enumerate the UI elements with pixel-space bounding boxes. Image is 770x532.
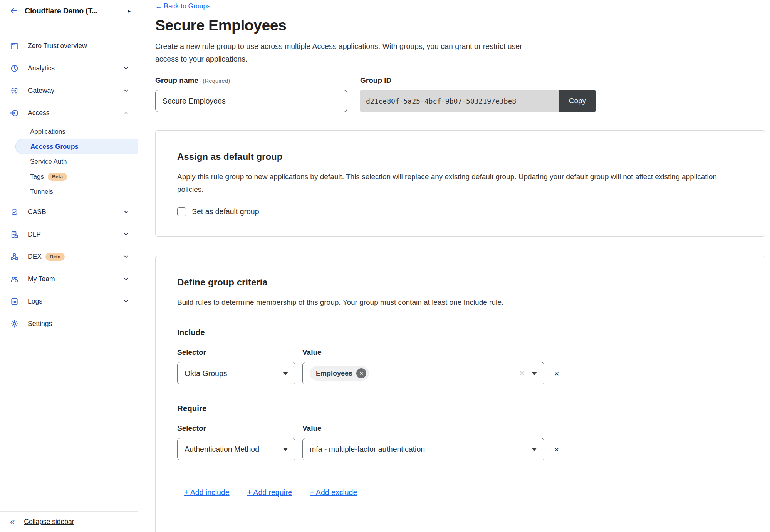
copy-button[interactable]: Copy — [559, 90, 596, 112]
sidebar-item-label: Logs — [28, 297, 42, 305]
sidebar-item-applications[interactable]: Applications — [0, 124, 138, 139]
chevron-down-icon — [283, 448, 288, 451]
clear-values-icon[interactable]: × — [520, 369, 525, 378]
page-title: Secure Employees — [155, 17, 765, 34]
sidebar-item-label: My Team — [28, 275, 55, 283]
chevron-down-icon[interactable] — [123, 276, 129, 282]
chevron-down-icon[interactable] — [123, 232, 129, 237]
add-include-link[interactable]: + Add include — [184, 488, 230, 497]
access-subnav: Applications Access Groups Service Auth … — [0, 124, 138, 199]
require-value-dropdown[interactable]: mfa - multiple-factor authentication — [302, 438, 544, 460]
casb-shield-check-icon — [10, 208, 19, 216]
sidebar-item-dlp[interactable]: DLP — [0, 223, 138, 245]
sub-item-label: Applications — [30, 128, 65, 136]
add-exclude-link[interactable]: + Add exclude — [310, 488, 357, 497]
group-name-field: Group name (Required) — [155, 76, 347, 112]
add-require-link[interactable]: + Add require — [247, 488, 292, 497]
chevron-down-icon — [532, 448, 537, 451]
sidebar-item-access-groups[interactable]: Access Groups — [15, 139, 138, 154]
sidebar-divider — [0, 339, 138, 339]
sub-item-label: Tags — [30, 173, 44, 181]
sub-item-label: Tunnels — [30, 188, 53, 196]
sidebar-item-label: Settings — [28, 320, 52, 328]
set-default-group-label: Set as default group — [192, 207, 259, 216]
group-id-field: Group ID d21ce80f-5a25-4bcf-9b07-5032197… — [360, 76, 596, 112]
chevron-down-icon[interactable] — [123, 209, 129, 215]
value-column-label: Value — [302, 424, 322, 433]
access-login-icon — [10, 109, 19, 117]
default-group-card: Assign as default group Apply this rule … — [155, 130, 765, 237]
chevron-down-icon — [283, 372, 288, 375]
sidebar: Cloudflare Demo (T... ▸ Zero Trust overv… — [0, 0, 138, 532]
sidebar-item-label: Access — [28, 109, 49, 117]
sidebar-item-label: Analytics — [28, 64, 55, 72]
chip-remove-icon[interactable]: ✕ — [356, 368, 366, 378]
require-column-labels: Selector Value — [177, 424, 743, 433]
sidebar-item-gateway[interactable]: Gateway — [0, 79, 138, 102]
default-group-card-title: Assign as default group — [177, 151, 743, 162]
value-chip: Employees ✕ — [310, 366, 369, 381]
beta-badge: Beta — [48, 173, 67, 181]
group-name-label: Group name — [155, 76, 198, 84]
criteria-card-title: Define group criteria — [177, 277, 743, 288]
sidebar-item-label: DLP — [28, 230, 41, 238]
sidebar-item-my-team[interactable]: My Team — [0, 268, 138, 290]
analytics-pie-icon — [10, 64, 19, 73]
sidebar-item-dex[interactable]: DEX Beta — [0, 245, 138, 268]
back-to-groups-link[interactable]: ← Back to Groups — [155, 2, 210, 10]
sidebar-item-tunnels[interactable]: Tunnels — [0, 184, 138, 199]
chevron-up-icon[interactable] — [123, 110, 129, 116]
remove-require-rule-icon[interactable]: × — [554, 445, 559, 453]
sidebar-item-label: Zero Trust overview — [28, 42, 87, 50]
add-rule-links: + Add include + Add require + Add exclud… — [184, 488, 743, 497]
include-selector-dropdown[interactable]: Okta Groups — [177, 362, 295, 384]
sidebar-item-tags[interactable]: Tags Beta — [0, 169, 138, 184]
criteria-card: Define group criteria Build rules to det… — [155, 256, 765, 532]
chevron-down-icon[interactable] — [123, 254, 129, 260]
chevron-right-icon[interactable]: ▸ — [128, 8, 131, 14]
require-section-heading: Require — [177, 404, 743, 413]
criteria-card-description: Build rules to determine membership of t… — [177, 296, 726, 309]
include-column-labels: Selector Value — [177, 348, 743, 357]
gateway-icon — [10, 86, 19, 95]
sidebar-item-casb[interactable]: CASB — [0, 201, 138, 223]
page-description: Create a new rule group to use across mu… — [155, 40, 529, 65]
include-selector-value: Okta Groups — [185, 369, 227, 378]
set-default-group-checkbox[interactable] — [177, 207, 186, 216]
sidebar-item-zero-trust-overview[interactable]: Zero Trust overview — [0, 35, 138, 57]
account-name[interactable]: Cloudflare Demo (T... — [25, 7, 98, 15]
team-people-icon — [10, 275, 19, 284]
sidebar-item-label: DEX — [28, 253, 42, 261]
require-value: mfa - multiple-factor authentication — [310, 445, 425, 454]
window-icon — [10, 42, 19, 50]
sidebar-item-analytics[interactable]: Analytics — [0, 57, 138, 79]
sidebar-item-label: Gateway — [28, 87, 54, 95]
require-selector-value: Authentication Method — [185, 445, 259, 454]
sidebar-item-access[interactable]: Access — [0, 102, 138, 124]
sidebar-nav: Zero Trust overview Analytics Gateway — [0, 22, 138, 339]
remove-include-rule-icon[interactable]: × — [554, 369, 559, 378]
require-selector-dropdown[interactable]: Authentication Method — [177, 438, 295, 460]
value-chip-label: Employees — [316, 369, 352, 378]
chevron-down-icon[interactable] — [123, 299, 129, 304]
sidebar-header: Cloudflare Demo (T... ▸ — [0, 0, 138, 22]
collapse-sidebar-button[interactable]: « Collapse sidebar — [0, 511, 138, 532]
chevron-down-icon[interactable] — [123, 88, 129, 94]
chevron-down-icon — [532, 372, 537, 375]
sub-item-label: Access Groups — [30, 143, 79, 151]
group-name-id-row: Group name (Required) Group ID d21ce80f-… — [155, 76, 765, 112]
include-rule-row: Okta Groups Employees ✕ × × — [177, 362, 743, 384]
logs-list-icon — [10, 297, 19, 306]
sidebar-item-service-auth[interactable]: Service Auth — [0, 154, 138, 169]
sidebar-item-settings[interactable]: Settings — [0, 312, 138, 335]
group-name-input[interactable] — [155, 90, 347, 112]
dex-network-icon — [10, 252, 19, 261]
include-value-multiselect[interactable]: Employees ✕ × — [302, 362, 544, 384]
chevron-down-icon[interactable] — [123, 65, 129, 71]
selector-column-label: Selector — [177, 424, 302, 433]
back-arrow-icon[interactable] — [9, 6, 19, 16]
set-default-group-row: Set as default group — [177, 207, 743, 216]
sidebar-item-logs[interactable]: Logs — [0, 290, 138, 312]
sidebar-item-label: CASB — [28, 208, 46, 216]
group-id-value: d21ce80f-5a25-4bcf-9b07-5032197e3be8 — [360, 90, 559, 112]
